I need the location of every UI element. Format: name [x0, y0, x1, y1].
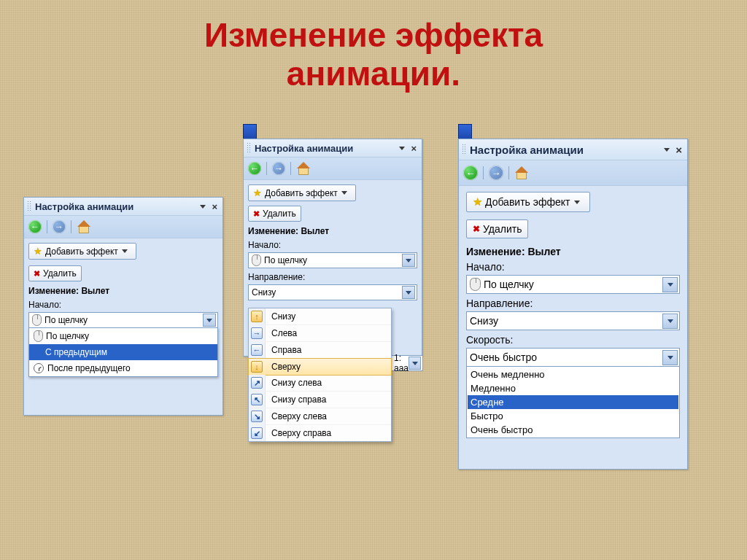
- window-fragment: [458, 124, 472, 139]
- arrow-upright-icon: ↗: [251, 377, 263, 389]
- close-icon[interactable]: ×: [209, 201, 220, 212]
- arrow-downright-icon: ↘: [251, 411, 263, 422]
- grip-icon: [462, 144, 466, 155]
- delete-icon: ✖: [473, 224, 480, 234]
- chevron-down-icon: [574, 201, 580, 204]
- back-button[interactable]: ←: [28, 220, 42, 233]
- close-icon[interactable]: ×: [673, 144, 684, 156]
- arrow-up-icon: ↑: [251, 311, 263, 322]
- star-icon: ★: [34, 246, 42, 257]
- panel-menu-icon[interactable]: [664, 148, 670, 152]
- direction-select[interactable]: Снизу: [248, 284, 417, 300]
- slide-title: Изменение эффекта анимации.: [0, 0, 747, 93]
- delete-label: Удалить: [43, 268, 77, 279]
- home-icon[interactable]: [77, 220, 90, 233]
- mouse-icon: [470, 278, 481, 291]
- speed-option-veryfast[interactable]: Очень быстро: [468, 423, 678, 437]
- animation-panel-3: Настройка анимации × ← → ★ Добавить эффе…: [458, 139, 688, 470]
- forward-button[interactable]: →: [53, 220, 66, 233]
- delete-label: Удалить: [483, 223, 522, 235]
- panel-titlebar[interactable]: Настройка анимации ×: [244, 139, 422, 158]
- grip-icon: [27, 201, 31, 212]
- arrow-down-icon: ↓: [251, 361, 263, 373]
- speed-option-fast[interactable]: Быстро: [468, 409, 678, 423]
- change-section-label: Изменение: Вылет: [28, 286, 218, 296]
- start-value: По щелчку: [264, 255, 402, 265]
- add-effect-button[interactable]: ★ Добавить эффект: [28, 243, 136, 260]
- delete-label: Удалить: [263, 209, 296, 219]
- panel-menu-icon[interactable]: [399, 147, 405, 150]
- dropdown-arrow-icon[interactable]: [662, 314, 678, 329]
- panel-menu-icon[interactable]: [200, 205, 206, 209]
- start-select[interactable]: По щелчку: [466, 275, 680, 294]
- direction-option-left[interactable]: → Слева: [249, 325, 391, 342]
- panel-title: Настройка анимации: [255, 143, 353, 154]
- list-fragment[interactable]: 1: aaa: [392, 355, 423, 371]
- start-select[interactable]: По щелчку: [28, 312, 218, 328]
- add-effect-label: Добавить эффект: [485, 196, 570, 208]
- change-section-label: Изменение: Вылет: [466, 246, 680, 257]
- direction-option-right[interactable]: ← Справа: [249, 342, 391, 359]
- start-option-afterprev[interactable]: После предыдущего: [29, 360, 217, 376]
- forward-button[interactable]: →: [489, 166, 503, 180]
- speed-label: Скорость:: [466, 334, 680, 346]
- dropdown-arrow-icon[interactable]: [203, 314, 216, 327]
- delete-button[interactable]: ✖ Удалить: [466, 219, 528, 238]
- close-icon[interactable]: ×: [409, 143, 419, 154]
- arrow-upleft-icon: ↖: [251, 394, 263, 405]
- home-icon[interactable]: [514, 166, 527, 179]
- back-button[interactable]: ←: [248, 162, 261, 175]
- direction-option-bottomleft[interactable]: ↗ Снизу слева: [249, 375, 391, 392]
- speed-option-veryslow[interactable]: Очень медленно: [468, 368, 678, 381]
- chevron-down-icon: [341, 191, 347, 195]
- dropdown-arrow-icon[interactable]: [662, 350, 678, 365]
- panel-titlebar[interactable]: Настройка анимации ×: [24, 198, 222, 216]
- start-value: По щелчку: [44, 315, 203, 325]
- dropdown-arrow-icon[interactable]: [409, 357, 421, 370]
- delete-icon: ✖: [34, 269, 40, 279]
- direction-option-topleft[interactable]: ↘ Сверху слева: [249, 408, 391, 425]
- start-dropdown: По щелчку С предыдущим После предыдущего: [28, 327, 218, 377]
- start-select[interactable]: По щелчку: [248, 252, 417, 268]
- start-label: Начало:: [28, 300, 218, 310]
- dropdown-arrow-icon[interactable]: [662, 277, 678, 292]
- add-effect-button[interactable]: ★ Добавить эффект: [248, 184, 356, 201]
- arrow-right-icon: →: [251, 327, 263, 339]
- speed-option-slow[interactable]: Медленно: [468, 381, 678, 395]
- nav-row: ← →: [244, 158, 422, 180]
- add-effect-button[interactable]: ★ Добавить эффект: [466, 192, 590, 212]
- direction-option-top[interactable]: ↓ Сверху: [248, 358, 392, 376]
- direction-menu: ↑ Снизу → Слева ← Справа ↓ Сверху ↗ Сниз…: [248, 308, 392, 442]
- home-icon[interactable]: [296, 162, 309, 175]
- delete-button[interactable]: ✖ Удалить: [28, 265, 82, 281]
- direction-option-topright[interactable]: ↙ Сверху справа: [249, 425, 391, 441]
- direction-option-bottom[interactable]: ↑ Снизу: [249, 308, 391, 325]
- direction-option-bottomright[interactable]: ↖ Снизу справа: [249, 392, 391, 408]
- speed-select[interactable]: Очень быстро: [466, 348, 680, 367]
- change-section-label: Изменение: Вылет: [248, 226, 417, 236]
- dropdown-arrow-icon[interactable]: [402, 286, 415, 299]
- speed-value: Очень быстро: [470, 351, 662, 363]
- star-icon: ★: [253, 187, 262, 198]
- forward-button[interactable]: →: [272, 162, 285, 175]
- delete-button[interactable]: ✖ Удалить: [248, 206, 301, 222]
- list-item-label: 1: aaa: [392, 353, 409, 373]
- dropdown-arrow-icon[interactable]: [402, 254, 415, 267]
- direction-label: Направление:: [466, 298, 680, 309]
- add-effect-label: Добавить эффект: [265, 188, 338, 198]
- start-option-onclick[interactable]: По щелчку: [29, 328, 217, 344]
- title-line-1: Изменение эффекта: [0, 16, 747, 55]
- direction-value: Снизу: [252, 287, 402, 298]
- mouse-icon: [32, 314, 42, 326]
- back-button[interactable]: ←: [463, 166, 478, 180]
- panel-title: Настройка анимации: [35, 201, 133, 212]
- clock-icon: [34, 363, 44, 373]
- direction-label: Направление:: [248, 272, 417, 282]
- arrow-left-icon: ←: [251, 344, 263, 356]
- direction-value: Снизу: [470, 315, 662, 327]
- delete-icon: ✖: [253, 209, 260, 219]
- start-option-withprev[interactable]: С предыдущим: [29, 344, 217, 360]
- direction-select[interactable]: Снизу: [466, 311, 680, 330]
- speed-option-medium[interactable]: Средне: [468, 395, 678, 409]
- panel-titlebar[interactable]: Настройка анимации ×: [459, 139, 687, 160]
